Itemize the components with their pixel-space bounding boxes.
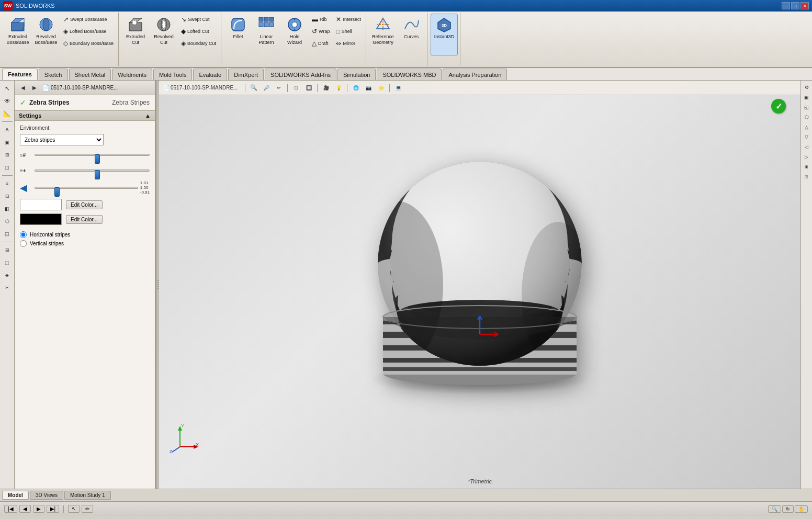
tool-a[interactable]: A xyxy=(2,124,13,136)
rib-button[interactable]: ▬ Rib xyxy=(309,14,332,25)
environment-select[interactable]: Zebra stripes xyxy=(20,134,104,145)
intersect-button[interactable]: ✕ Intersect xyxy=(333,14,364,25)
extruded-boss-button[interactable]: Extruded Boss/Base xyxy=(4,14,31,55)
status-pan-button[interactable]: ✋ xyxy=(795,505,808,513)
vt-light-button[interactable]: 💡 xyxy=(333,83,344,93)
3d-viewport[interactable]: 📄 0517-10-100-SP-MANDRE... 🔍 🔎 ✏ ⬡ 🔲 🎥 💡… xyxy=(159,81,800,489)
tab-simulation[interactable]: Simulation xyxy=(337,69,376,80)
vt-camera-button[interactable]: 🎥 xyxy=(321,83,331,93)
tab-addins[interactable]: SOLIDWORKS Add-Ins xyxy=(265,69,336,80)
color2-swatch[interactable] xyxy=(20,213,62,225)
maximize-button[interactable]: □ xyxy=(791,2,799,9)
revolved-cut-button[interactable]: Revolved Cut xyxy=(150,14,177,55)
tool-g[interactable]: ◧ xyxy=(2,203,13,215)
minimize-button[interactable]: ─ xyxy=(782,2,790,9)
boundary-boss-button[interactable]: ◇ Boundary Boss/Base xyxy=(61,38,116,49)
linear-pattern-button[interactable]: Linear Pattern xyxy=(253,14,280,55)
help-button[interactable]: Zebra Stripes xyxy=(112,99,150,106)
tool-d[interactable]: ◫ xyxy=(2,162,13,173)
boundary-cut-button[interactable]: ◈ Boundary Cut xyxy=(178,38,219,49)
swept-boss-button[interactable]: ↗ Swept Boss/Base xyxy=(61,14,116,25)
bottom-tab-motion[interactable]: Motion Study 1 xyxy=(64,491,111,500)
hole-wizard-button[interactable]: Hole Wizard xyxy=(281,14,308,55)
shell-button[interactable]: □ Shell xyxy=(333,26,364,37)
vt-search-button[interactable]: 🔍 xyxy=(249,83,259,93)
tool-f[interactable]: ⊡ xyxy=(2,190,13,202)
tab-evaluate[interactable]: Evaluate xyxy=(193,69,227,80)
tool-i[interactable]: ◱ xyxy=(2,228,13,240)
curves-button[interactable]: Curves xyxy=(398,14,425,55)
tool-measure[interactable]: 📐 xyxy=(2,108,13,119)
swept-cut-button[interactable]: ↘ Swept Cut xyxy=(178,14,219,25)
lofted-boss-button[interactable]: ◈ Lofted Boss/Base xyxy=(61,26,116,37)
status-nav-last[interactable]: ▶| xyxy=(47,505,60,513)
status-rotate-button[interactable]: ↻ xyxy=(782,505,794,513)
tool-view[interactable]: 👁 xyxy=(2,95,13,107)
mirror-button[interactable]: ⇔ Mirror xyxy=(333,38,364,49)
vertical-stripes-label[interactable]: Vertical stripes xyxy=(30,241,64,246)
tool-k[interactable]: ⬚ xyxy=(2,257,13,268)
tab-dimxpert[interactable]: DimXpert xyxy=(228,69,264,80)
tool-j[interactable]: ⊞ xyxy=(2,244,13,256)
tab-analysis[interactable]: Analysis Preparation xyxy=(443,69,507,80)
vt-scene-button[interactable]: 📷 xyxy=(363,83,374,93)
tool-m[interactable]: ✂ xyxy=(2,282,13,294)
vt-shaded-button[interactable]: 🔲 xyxy=(303,83,314,93)
tab-weldments[interactable]: Weldments xyxy=(112,69,152,80)
rt-view2-button[interactable]: ◱ xyxy=(802,103,811,112)
rt-view9-button[interactable]: ◰ xyxy=(802,172,811,182)
edit-color2-button[interactable]: Edit Color... xyxy=(66,215,103,224)
panel-forward-button[interactable]: ▶ xyxy=(30,84,39,92)
close-button[interactable]: ✕ xyxy=(800,2,809,9)
draft-button[interactable]: △ Draft xyxy=(309,38,332,49)
tab-mbd[interactable]: SOLIDWORKS MBD xyxy=(377,69,442,80)
status-pointer-button[interactable]: ↖ xyxy=(68,505,80,513)
lofted-cut-button[interactable]: ◆ Lofted Cut xyxy=(178,26,219,37)
horizontal-stripes-radio[interactable] xyxy=(20,231,27,238)
tab-mold-tools[interactable]: Mold Tools xyxy=(153,69,192,80)
status-nav-next[interactable]: ▶ xyxy=(33,505,44,513)
stripe-size-slider[interactable] xyxy=(35,150,150,160)
tool-l[interactable]: ◈ xyxy=(2,269,13,281)
status-nav-prev[interactable]: ◀ xyxy=(19,505,31,513)
bottom-tab-model[interactable]: Model xyxy=(2,491,29,500)
window-controls[interactable]: ─ □ ✕ xyxy=(782,2,809,9)
rt-view6-button[interactable]: ◁ xyxy=(802,142,811,152)
tool-h[interactable]: ⬡ xyxy=(2,216,13,227)
edit-color1-button[interactable]: Edit Color... xyxy=(66,200,103,209)
vt-edit-button[interactable]: ✏ xyxy=(274,83,284,93)
vt-realview-button[interactable]: 🌟 xyxy=(376,83,386,93)
stripe-balance-slider[interactable] xyxy=(35,165,150,176)
vt-wireframe-button[interactable]: ⬡ xyxy=(291,83,301,93)
tool-c[interactable]: ⊞ xyxy=(2,149,13,161)
rt-view3-button[interactable]: ⬡ xyxy=(802,112,811,122)
tool-select[interactable]: ↖ xyxy=(2,83,13,94)
tab-sheet-metal[interactable]: Sheet Metal xyxy=(69,69,111,80)
settings-section-header[interactable]: Settings ▲ xyxy=(15,110,155,121)
vertical-stripes-radio[interactable] xyxy=(20,240,27,247)
color1-swatch[interactable] xyxy=(20,199,62,210)
bottom-tab-3dviews[interactable]: 3D Views xyxy=(30,491,63,500)
vt-appearance-button[interactable]: 🌐 xyxy=(351,83,361,93)
tool-e[interactable]: ≡ xyxy=(2,178,13,189)
rt-view4-button[interactable]: △ xyxy=(802,122,811,132)
tool-b[interactable]: ▣ xyxy=(2,137,13,148)
rt-view5-button[interactable]: ▽ xyxy=(802,132,811,142)
tab-sketch[interactable]: Sketch xyxy=(39,69,68,80)
fillet-button[interactable]: Fillet xyxy=(224,14,252,55)
revolved-boss-button[interactable]: Revolved Boss/Base xyxy=(32,14,60,55)
rt-settings-button[interactable]: ⚙ xyxy=(802,83,811,92)
status-sketch-button[interactable]: ✏ xyxy=(82,505,93,513)
panel-back-button[interactable]: ◀ xyxy=(19,84,27,92)
rt-view1-button[interactable]: ▣ xyxy=(802,93,811,102)
tab-features[interactable]: Features xyxy=(2,69,38,80)
vt-display-button[interactable]: 💻 xyxy=(393,83,403,93)
accept-button[interactable]: ✓ xyxy=(771,99,786,114)
rt-view8-button[interactable]: ▣ xyxy=(802,162,811,172)
status-nav-first[interactable]: |◀ xyxy=(4,505,17,513)
reference-geometry-button[interactable]: Reference Geometry xyxy=(369,14,397,55)
extruded-cut-button[interactable]: Extruded Cut xyxy=(122,14,149,55)
horizontal-stripes-label[interactable]: Horizontal stripes xyxy=(30,232,70,238)
vt-search2-button[interactable]: 🔎 xyxy=(261,83,272,93)
wrap-button[interactable]: ↺ Wrap xyxy=(309,26,332,37)
